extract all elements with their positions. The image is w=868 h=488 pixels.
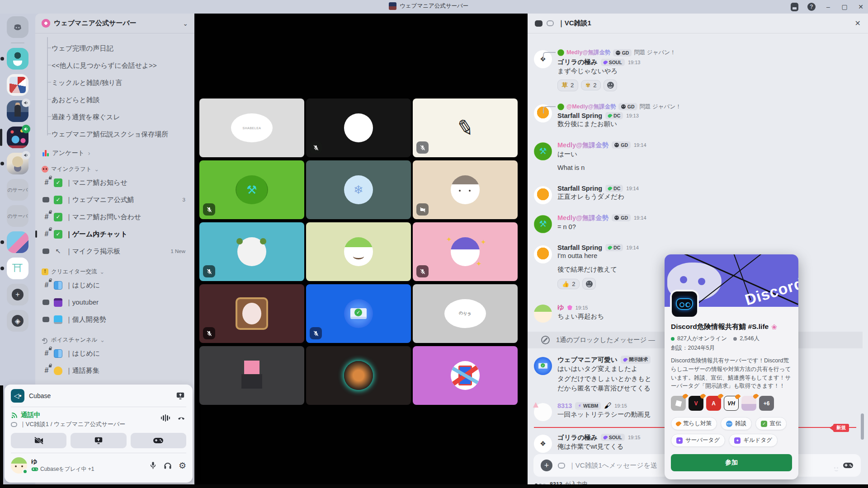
avatar-starfall[interactable]: [534, 186, 552, 204]
explore-servers-button[interactable]: ◈: [7, 310, 28, 332]
channel-micra-board[interactable]: ↖ ｜マイクラ掲示板 1 New: [40, 243, 190, 260]
category-poll[interactable]: アンケート›: [42, 149, 190, 157]
video-tile-purple-hair[interactable]: [413, 222, 518, 281]
new-messages-pill[interactable]: 新規: [833, 424, 849, 432]
chat-bubble-filled-icon[interactable]: [535, 20, 542, 27]
join-server-button[interactable]: 参加: [671, 454, 792, 471]
gift-activity-icon[interactable]: [843, 461, 854, 469]
author-name[interactable]: Medly@無課金勢: [557, 141, 609, 150]
voice-activity-icon[interactable]: [161, 414, 170, 422]
reaction-flower[interactable]: ✾2: [581, 80, 601, 90]
author-name[interactable]: Medly@無課金勢: [557, 214, 609, 222]
stream-share-icon[interactable]: [175, 391, 186, 401]
tag-promo[interactable]: ✓宣伝: [755, 417, 787, 430]
thread-item[interactable]: ウェブ完理の声日記: [52, 40, 190, 57]
thread-item[interactable]: ウェブマニア鯖伝説スクショ保存場所: [52, 126, 190, 143]
video-tile-sword-girl[interactable]: [199, 284, 304, 343]
video-tile-green-cap[interactable]: [306, 222, 411, 281]
server-icon-text-1[interactable]: のサーバ: [7, 179, 28, 201]
camera-off-button[interactable]: [11, 433, 66, 448]
thread-item[interactable]: <<他人に見つからずに会話せよ>>: [52, 57, 190, 74]
headphones-icon[interactable]: [163, 461, 172, 470]
server-icon-anime-girl[interactable]: [7, 153, 28, 174]
author-name[interactable]: Starfall Spring: [557, 185, 602, 192]
add-reaction-button[interactable]: [582, 278, 596, 290]
server-icon-easel[interactable]: [7, 258, 28, 279]
activity-gamepad-button[interactable]: [131, 433, 186, 448]
channel-creator-intro[interactable]: # ｜はじめに: [40, 277, 190, 294]
reaction-kusa[interactable]: 草2: [557, 80, 578, 91]
scrollbar[interactable]: [861, 413, 864, 440]
channel-youtuber[interactable]: ｜youtuber: [40, 294, 190, 311]
maximize-button[interactable]: ▢: [841, 3, 848, 10]
video-tile-black-cat[interactable]: ✎: [413, 99, 518, 157]
home-button[interactable]: [7, 16, 28, 38]
tray-widget-icon[interactable]: [791, 3, 798, 11]
avatar-medly[interactable]: ⚒: [534, 142, 552, 160]
category-creator[interactable]: クリエイター交流⌄: [42, 268, 190, 276]
close-window-button[interactable]: ✕: [857, 3, 864, 10]
video-tile-green-ears[interactable]: [199, 222, 304, 281]
video-tile-snow[interactable]: ❄: [306, 160, 411, 219]
server-icon-anime-pair[interactable]: [7, 231, 28, 253]
server-icon-webmania[interactable]: [7, 127, 28, 148]
channel-webmania-official[interactable]: ✓ ｜ウェブマニア公式鯖 3: [40, 191, 190, 208]
server-icon-teal-blob[interactable]: [7, 48, 28, 70]
channel-mania-news[interactable]: # ✓ ｜マニア鯖お知らせ: [40, 174, 190, 191]
avatar-medly[interactable]: ⚒: [534, 215, 552, 233]
thread-item[interactable]: 過疎う通貨を稼ぐスレ: [52, 108, 190, 126]
tag-anti-troll[interactable]: 荒らし対策: [671, 417, 717, 430]
avatar-starfall[interactable]: [534, 245, 552, 263]
settings-gear-icon[interactable]: ⚙: [179, 461, 186, 470]
video-tile-laptop-check[interactable]: ✓: [306, 284, 411, 343]
author-name[interactable]: ゴリラの極み: [557, 433, 598, 442]
server-icon-text-2[interactable]: のサーバ: [7, 205, 28, 227]
video-tile-emblem[interactable]: [413, 346, 518, 405]
category-minecraft[interactable]: マインクラフト⌄: [42, 165, 190, 173]
chat-bubble-outline-icon[interactable]: [547, 20, 554, 26]
author-name[interactable]: Starfall Spring: [557, 244, 602, 251]
author-name[interactable]: ウェブマニア可愛い: [557, 356, 618, 364]
reply-reference[interactable]: @Medly@無課金勢 GD 問題 ジャパン！: [557, 103, 856, 111]
video-tile-boy-face[interactable]: [413, 160, 518, 219]
video-tile-minecraft-pig[interactable]: [199, 346, 304, 405]
user-avatar[interactable]: [11, 457, 27, 474]
thread-item[interactable]: ミックルと雑談/独り言: [52, 74, 190, 91]
avatar-gorilla[interactable]: ❖: [534, 435, 552, 453]
mic-icon[interactable]: [149, 461, 157, 470]
tag-server-tag[interactable]: ✦サーバータグ: [671, 434, 725, 447]
video-tile-glow-cat[interactable]: [306, 346, 411, 405]
channel-call-recruit[interactable]: # ｜通話募集: [40, 362, 190, 379]
avatar-webmania-kawaii[interactable]: ✓: [534, 357, 552, 375]
server-icon-flag-collage[interactable]: [7, 74, 28, 96]
author-name[interactable]: ゴリラの極み: [557, 58, 598, 66]
call-location[interactable]: ｜VC雑談1 / ウェブマニア公式サーバー: [20, 420, 125, 428]
server-header[interactable]: ウェブマニア公式サーバー ⌄: [35, 14, 194, 33]
author-name[interactable]: Starfall Spring: [557, 112, 602, 119]
channel-ingame-chat[interactable]: # ✓ ｜ゲーム内チャット: [40, 225, 190, 243]
category-voice[interactable]: ボイスチャンネル⌄: [42, 336, 190, 344]
minimize-button[interactable]: –: [825, 3, 832, 10]
attach-plus-icon[interactable]: +: [541, 460, 552, 471]
channel-mania-contact[interactable]: # ✓ ｜マニア鯖お問い合わせ: [40, 208, 190, 225]
video-tile-cat-girl[interactable]: [306, 99, 411, 157]
author-name[interactable]: ゆ: [557, 303, 564, 312]
screen-share-button[interactable]: [71, 433, 126, 448]
video-tile-medly[interactable]: ⚒: [199, 160, 304, 219]
add-server-button[interactable]: +: [7, 284, 28, 305]
reaction-thumbsup[interactable]: 👍2: [557, 279, 580, 289]
close-chat-icon[interactable]: ✕: [855, 19, 861, 28]
author-name[interactable]: 8313: [557, 402, 572, 409]
avatar-8313[interactable]: [534, 403, 552, 421]
channel-indie-dev[interactable]: ｜個人開発勢: [40, 311, 190, 328]
tag-chat[interactable]: •••雑談: [721, 417, 752, 430]
channel-voice-intro[interactable]: # ｜はじめに: [40, 345, 190, 362]
video-tile-shabelea[interactable]: SHABELEA: [199, 99, 304, 157]
video-tile-cards[interactable]: のりラ: [413, 284, 518, 343]
thread-item[interactable]: あおどらと雑談: [52, 91, 190, 108]
reply-reference[interactable]: Medly@無課金勢 GD 問題 ジャパン！: [557, 49, 856, 56]
avatar-yu[interactable]: [534, 305, 552, 323]
add-reaction-button[interactable]: [604, 80, 617, 91]
help-icon[interactable]: ?: [807, 3, 816, 11]
server-icon-news-anchor[interactable]: [7, 100, 28, 122]
